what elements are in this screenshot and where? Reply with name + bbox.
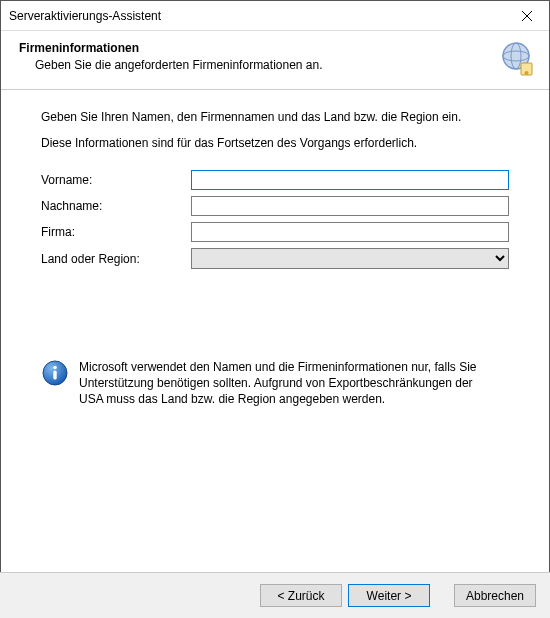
title-bar: Serveraktivierungs-Assistent [1, 1, 549, 31]
header-heading: Firmeninformationen [19, 41, 499, 55]
lastname-label: Nachname: [41, 199, 191, 213]
company-label: Firma: [41, 225, 191, 239]
certificate-icon [499, 41, 535, 77]
wizard-content: Geben Sie Ihren Namen, den Firmennamen u… [1, 90, 549, 408]
wizard-header: Firmeninformationen Geben Sie die angefo… [1, 31, 549, 90]
window-title: Serveraktivierungs-Assistent [9, 9, 161, 23]
info-text: Microsoft verwendet den Namen und die Fi… [79, 359, 499, 408]
svg-point-8 [53, 366, 57, 370]
svg-rect-9 [53, 371, 56, 380]
back-button[interactable]: < Zurück [260, 584, 342, 607]
firstname-label: Vorname: [41, 173, 191, 187]
instruction-2: Diese Informationen sind für das Fortset… [41, 136, 509, 150]
svg-point-6 [525, 71, 529, 75]
country-select[interactable] [191, 248, 509, 269]
country-label: Land oder Region: [41, 252, 191, 266]
info-icon [41, 359, 69, 387]
lastname-input[interactable] [191, 196, 509, 216]
header-subtitle: Geben Sie die angeforderten Firmeninform… [19, 58, 499, 72]
instruction-1: Geben Sie Ihren Namen, den Firmennamen u… [41, 110, 509, 124]
wizard-footer: < Zurück Weiter > Abbrechen [0, 572, 550, 618]
cancel-button[interactable]: Abbrechen [454, 584, 536, 607]
firstname-input[interactable] [191, 170, 509, 190]
next-button[interactable]: Weiter > [348, 584, 430, 607]
close-icon [522, 11, 532, 21]
company-input[interactable] [191, 222, 509, 242]
close-button[interactable] [505, 1, 549, 31]
